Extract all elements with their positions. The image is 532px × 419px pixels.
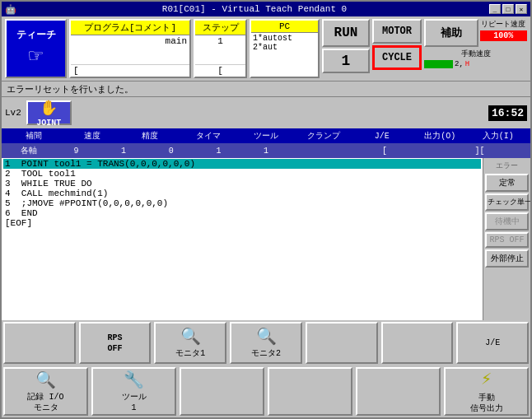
error-sidebar: エラー 定常 チェック単一 待機中 RPS OFF 外部停止 — [483, 158, 530, 320]
hojo-button[interactable]: 補助 — [424, 19, 478, 47]
monitor1-icon: 🔍 — [180, 327, 201, 348]
table-header: 補間 速度 精度 タイマ ツール クランプ J/E 出力(O) 入力(I) — [2, 128, 530, 143]
tool-icon: 🔧 — [124, 370, 144, 392]
title-bar: 🤖 R01[C01] - Virtual Teach Pendant 0 _ □… — [2, 2, 530, 16]
je-label: J/E — [485, 338, 500, 348]
close-button[interactable]: ✕ — [516, 4, 527, 14]
maximize-button[interactable]: □ — [502, 4, 514, 14]
joint-icon: ✋ — [40, 99, 58, 117]
time-display: 16:52 — [488, 105, 527, 121]
manual-label2: 信号出力 — [470, 403, 503, 414]
pc-values: 1*autost 2*aut — [251, 33, 318, 77]
record-io-label2: モニタ — [34, 403, 58, 413]
teach-label: ティーチ — [16, 28, 56, 42]
pc-label: PC — [251, 21, 318, 33]
data-speed: 9 — [53, 147, 100, 156]
check-button[interactable]: チェック単一 — [485, 193, 529, 211]
bottom-btn-empty-5 — [268, 367, 352, 416]
program-bracket: [ — [71, 64, 189, 77]
main-content: 1 POINT tool1 = TRANS(0,0,0,0,0,0) 2 TOO… — [2, 158, 530, 320]
data-output: [ — [337, 147, 432, 156]
col-header-precision: 精度 — [121, 130, 179, 142]
teach-button[interactable]: ティーチ ☞ — [5, 19, 67, 78]
bottom-btn-empty-2 — [306, 322, 378, 364]
run-button[interactable]: RUN — [322, 19, 370, 47]
bottom-btn-empty-3 — [381, 322, 454, 364]
data-precision: 1 — [100, 147, 147, 156]
run-label: RUN — [334, 26, 358, 40]
col-header-timer: タイマ — [179, 130, 236, 142]
code-line-5[interactable]: 5 ;JMOVE #PPOINT(0,0,0,0,0,0) — [3, 198, 481, 208]
manual-speed-h: H — [465, 60, 469, 68]
step-label: ステップ — [195, 21, 245, 35]
step-value: 1 — [195, 35, 245, 64]
repeat-speed-bar: 100% — [480, 30, 528, 41]
je-button[interactable]: J/E — [456, 322, 529, 364]
error-label: エラー — [485, 160, 529, 172]
data-row: 各軸 9 1 0 1 1 [ ][ — [2, 143, 530, 158]
title-bar-icon: 🤖 — [5, 4, 16, 15]
manual-label1: 手動 — [478, 393, 495, 403]
external-stop-button[interactable]: 外部停止 — [485, 249, 529, 268]
manual-speed-label: 手動速度 — [424, 49, 527, 59]
window-controls: _ □ ✕ — [489, 4, 527, 14]
tool-label1: ツール — [122, 392, 147, 403]
monitor2-button[interactable]: 🔍 モニタ2 — [230, 322, 302, 364]
waiting-button[interactable]: 待機中 — [485, 212, 529, 230]
tool-1-button[interactable]: 🔧 ツール 1 — [91, 367, 176, 416]
hand-icon: ☞ — [29, 42, 43, 70]
cycle-button[interactable]: CYCLE — [372, 45, 422, 70]
badge-1: 1 — [322, 49, 370, 73]
tool-label2: 1 — [131, 403, 136, 413]
status-message: エラーリセットを行いました。 — [7, 83, 133, 95]
record-io-label1: 記録 I/O — [27, 392, 63, 403]
rps-off-button[interactable]: RPS OFF — [485, 232, 529, 248]
record-io-monitor-button[interactable]: 🔍 記録 I/O モニタ — [3, 367, 88, 416]
middle-toolbar: Lv2 ✋ JOINT 16:52 — [2, 97, 530, 128]
normal-button[interactable]: 定常 — [485, 174, 529, 192]
top-toolbar: ティーチ ☞ プログラム[コメント] main [ ステップ 1 [ PC 1*… — [2, 16, 530, 81]
col-header-interpolation: 補間 — [5, 130, 63, 142]
step-box: ステップ 1 [ — [194, 19, 247, 78]
signal-icon: ⚡ — [481, 369, 492, 393]
bottom-row-2: 🔍 記録 I/O モニタ 🔧 ツール 1 ⚡ 手動 信号出力 — [2, 365, 530, 417]
code-line-6[interactable]: 6 END — [3, 208, 481, 218]
monitor1-button[interactable]: 🔍 モニタ1 — [154, 322, 226, 364]
bottom-btn-empty-1 — [3, 322, 76, 364]
monitor1-label: モニタ1 — [175, 348, 205, 359]
code-line-1[interactable]: 1 POINT tool1 = TRANS(0,0,0,0,0,0) — [3, 159, 481, 169]
manual-signal-output-button[interactable]: ⚡ 手動 信号出力 — [444, 367, 529, 416]
code-line-3[interactable]: 3 WHILE TRUE DO — [3, 179, 481, 189]
col-header-je: J/E — [353, 132, 411, 141]
lv2-label: Lv2 — [5, 108, 21, 118]
data-tool: 1 — [195, 147, 243, 156]
window-title: R01[C01] - Virtual Teach Pendant 0 — [162, 4, 347, 14]
code-line-2[interactable]: 2 TOOL tool1 — [3, 169, 481, 179]
rps-off-btn[interactable]: RPS OFF — [79, 322, 152, 364]
hojo-label: 補助 — [441, 26, 462, 40]
bottom-toolbar: RPS OFF 🔍 モニタ1 🔍 モニタ2 J/E 🔍 記録 I/O モニタ — [2, 320, 530, 417]
monitor2-icon: 🔍 — [256, 327, 277, 348]
record-io-icon: 🔍 — [35, 370, 56, 392]
code-line-4[interactable]: 4 CALL mechmind(1) — [3, 189, 481, 198]
manual-speed-bar — [424, 60, 453, 68]
off-label: OFF — [108, 343, 123, 354]
minimize-button[interactable]: _ — [489, 4, 501, 14]
bottom-row-1: RPS OFF 🔍 モニタ1 🔍 モニタ2 J/E — [2, 320, 530, 365]
motor-button[interactable]: MOTOR — [372, 19, 422, 44]
pc-box: PC 1*autost 2*aut — [250, 19, 320, 78]
code-area[interactable]: 1 POINT tool1 = TRANS(0,0,0,0,0,0) 2 TOO… — [2, 158, 483, 320]
col-header-speed: 速度 — [63, 130, 120, 142]
data-clamp: 1 — [242, 147, 290, 156]
code-section: 1 POINT tool1 = TRANS(0,0,0,0,0,0) 2 TOO… — [2, 158, 483, 320]
col-header-tool: ツール — [237, 130, 295, 142]
program-box: プログラム[コメント] main [ — [69, 19, 191, 78]
cycle-label: CYCLE — [382, 52, 412, 63]
col-header-output: 出力(O) — [411, 130, 469, 142]
joint-label: JOINT — [36, 119, 61, 128]
data-timer: 0 — [147, 147, 195, 156]
repeat-speed-label: リピート速度 — [480, 19, 528, 30]
main-window: 🤖 R01[C01] - Virtual Teach Pendant 0 _ □… — [0, 0, 532, 419]
joint-button[interactable]: ✋ JOINT — [26, 100, 72, 125]
pc-value-2: 2*aut — [253, 43, 316, 52]
